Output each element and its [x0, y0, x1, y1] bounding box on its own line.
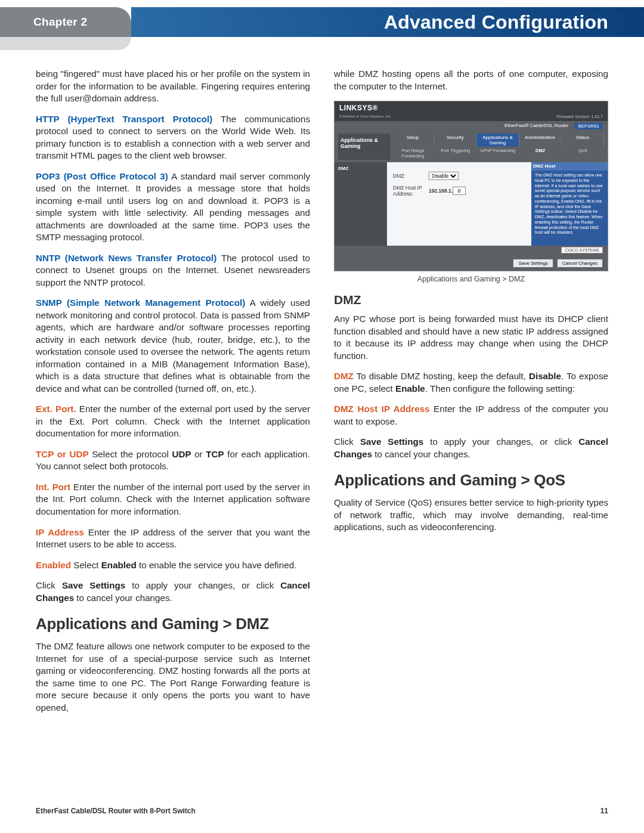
- ss-form: DMZ: Disable DMZ Host IP Address: 192.16…: [387, 162, 531, 246]
- save-b: to apply your changes, or click: [125, 580, 280, 590]
- ss-side-label: DMZ: [335, 162, 387, 246]
- ss-brand: LINKSYS®: [339, 104, 378, 112]
- enabled-body-b: to enable the service you have defined.: [137, 560, 297, 570]
- ss-help-heading: DMZ Host: [531, 162, 608, 171]
- ipaddr-paragraph: IP Address Enter the IP address of the s…: [36, 527, 310, 551]
- ipaddr-term: IP Address: [36, 527, 84, 537]
- extport-paragraph: Ext. Port. Enter the number of the exter…: [36, 403, 310, 440]
- dmzhost-paragraph: DMZ Host IP Address Enter the IP address…: [334, 403, 608, 428]
- save-paragraph-left: Click Save Settings to apply your change…: [36, 580, 310, 604]
- save-a: Click: [36, 580, 62, 590]
- pop3-body: A standard mail server commonly used on …: [36, 171, 310, 243]
- subtab-qos[interactable]: QoS: [562, 147, 604, 160]
- dmz-continued: while DMZ hosting opens all the ports of…: [334, 68, 608, 92]
- enabled-paragraph: Enabled Select Enabled to enable the ser…: [36, 559, 310, 572]
- tab-setup[interactable]: Setup: [392, 134, 434, 147]
- http-paragraph: HTTP (HyperText Transport Protocol) The …: [36, 113, 310, 162]
- router-screenshot: LINKSYS® A Division of Cisco Systems, In…: [334, 101, 608, 271]
- dmz-term: DMZ: [334, 371, 354, 381]
- tcpudp-paragraph: TCP or UDP Select the protocol UDP or TC…: [36, 448, 310, 473]
- enabled-term: Enabled: [36, 560, 71, 570]
- enable-bold: Enable: [395, 383, 425, 394]
- footer-page-number: 11: [600, 807, 608, 815]
- subtab-dmz[interactable]: DMZ: [519, 147, 562, 160]
- ss-dmz-row: DMZ: Disable: [393, 172, 525, 180]
- pop3-term: POP3 (Post Office Protocol 3): [36, 171, 168, 181]
- right-column: while DMZ hosting opens all the ports of…: [334, 68, 608, 722]
- enabled-body-a: Select: [71, 560, 101, 570]
- ss-tabs: Applications & Gaming Setup Security App…: [335, 131, 608, 162]
- page-footer: EtherFast Cable/DSL Router with 8-Port S…: [36, 807, 608, 815]
- qos-paragraph: Quality of Service (QoS) ensures better …: [334, 497, 608, 534]
- dmz-intro-paragraph: The DMZ feature allows one network compu…: [36, 640, 310, 714]
- ss-ip-prefix: 192.168.1.: [429, 188, 453, 194]
- snmp-body: A widely used network monitoring and con…: [36, 298, 310, 394]
- save-a-r: Click: [334, 436, 360, 447]
- page-header: Chapter 2 Advanced Configuration: [0, 0, 644, 37]
- dmz-body-a: To disable DMZ hosting, keep the default…: [354, 371, 529, 381]
- ss-dmzhost-row: DMZ Host IP Address: 192.168.1.: [393, 185, 525, 197]
- title-bar: Advanced Configuration: [131, 7, 644, 37]
- page-body: being "fingered" must have placed his or…: [0, 37, 644, 746]
- ss-dmz-select[interactable]: Disable: [429, 172, 459, 180]
- ss-dmzhost-label: DMZ Host IP Address:: [393, 185, 429, 197]
- ss-dmz-label: DMZ:: [393, 173, 429, 179]
- ss-save-button[interactable]: Save Settings: [513, 259, 553, 268]
- tcpudp-body-a: Select the protocol: [89, 449, 172, 459]
- dmz-setting-paragraph: DMZ To disable DMZ hosting, keep the def…: [334, 370, 608, 395]
- ss-brand-sub: A Division of Cisco Systems, Inc.: [339, 114, 391, 118]
- ss-model-bar: EtherFast® Cable/DSL Router BEFSR81: [335, 121, 608, 131]
- tab-status[interactable]: Status: [562, 134, 604, 147]
- ss-body: DMZ DMZ: Disable DMZ Host IP Address: 19…: [335, 162, 608, 246]
- tcpudp-or: or: [191, 449, 206, 459]
- ss-ip-input[interactable]: [453, 187, 466, 195]
- dmz-body-c: . Then configure the following setting:: [425, 383, 575, 394]
- ss-brand-bar: LINKSYS® A Division of Cisco Systems, In…: [335, 101, 608, 121]
- subtab-pt[interactable]: Port Triggering: [434, 147, 476, 160]
- heading-dmz-sub: DMZ: [334, 293, 608, 307]
- ss-help-text: The DMZ Host setting can allow one local…: [535, 173, 604, 236]
- left-column: being "fingered" must have placed his or…: [36, 68, 310, 722]
- ss-cancel-button[interactable]: Cancel Changes: [557, 259, 603, 268]
- decorative-strip: [0, 37, 131, 50]
- ss-help-panel: DMZ Host The DMZ Host setting can allow …: [531, 162, 608, 246]
- enabled-bold: Enabled: [101, 560, 137, 570]
- tcpudp-term: TCP or UDP: [36, 449, 89, 459]
- nntp-term: NNTP (Network News Transfer Protocol): [36, 253, 216, 263]
- ss-button-row: Save Settings Cancel Changes: [335, 256, 608, 271]
- chapter-tab: Chapter 2: [0, 7, 131, 37]
- cisco-logo: CISCO SYSTEMS: [561, 247, 603, 253]
- disable-bold: Disable: [529, 371, 561, 381]
- chapter-label: Chapter 2: [33, 16, 87, 29]
- screenshot-caption: Applications and Gaming > DMZ: [334, 275, 608, 283]
- intport-body: Enter the number of the internal port us…: [36, 482, 310, 516]
- http-term: HTTP (HyperText Transport Protocol): [36, 114, 212, 124]
- dmzhost-term: DMZ Host IP Address: [334, 404, 430, 414]
- intport-term: Int. Port: [36, 482, 70, 492]
- extport-body: Enter the number of the external port us…: [36, 404, 310, 438]
- intport-paragraph: Int. Port Enter the number of the intern…: [36, 481, 310, 518]
- save-d-r: to cancel your changes.: [372, 449, 470, 459]
- nntp-paragraph: NNTP (Network News Transfer Protocol) Th…: [36, 252, 310, 289]
- heading-dmz: Applications and Gaming > DMZ: [36, 615, 310, 633]
- tcp-bold: TCP: [206, 449, 224, 459]
- subtab-upnp[interactable]: UPnP Forwarding: [476, 147, 519, 160]
- subtab-prf[interactable]: Port Range Forwarding: [392, 147, 434, 160]
- ss-model-number: BEFSR81: [574, 123, 603, 129]
- dmz-p1: Any PC whose port is being forwarded mus…: [334, 313, 608, 362]
- save-b-r: to apply your changes, or click: [423, 436, 578, 447]
- ss-main-tabs: Setup Security Applications & Gaming Adm…: [392, 134, 604, 147]
- save-settings-bold-r: Save Settings: [360, 436, 423, 447]
- udp-bold: UDP: [172, 449, 191, 459]
- tab-administration[interactable]: Administration: [519, 134, 562, 147]
- finger-paragraph: being "fingered" must have placed his or…: [36, 68, 310, 105]
- save-d: to cancel your changes.: [74, 593, 172, 603]
- tab-applications-gaming[interactable]: Applications & Gaming: [476, 134, 519, 147]
- footer-product: EtherFast Cable/DSL Router with 8-Port S…: [36, 807, 196, 815]
- heading-qos: Applications and Gaming > QoS: [334, 471, 608, 490]
- tab-security[interactable]: Security: [434, 134, 476, 147]
- ss-sub-tabs: Port Range Forwarding Port Triggering UP…: [392, 147, 604, 160]
- ss-model-label: EtherFast® Cable/DSL Router: [504, 123, 568, 129]
- save-settings-bold: Save Settings: [62, 580, 125, 590]
- save-paragraph-right: Click Save Settings to apply your change…: [334, 436, 608, 460]
